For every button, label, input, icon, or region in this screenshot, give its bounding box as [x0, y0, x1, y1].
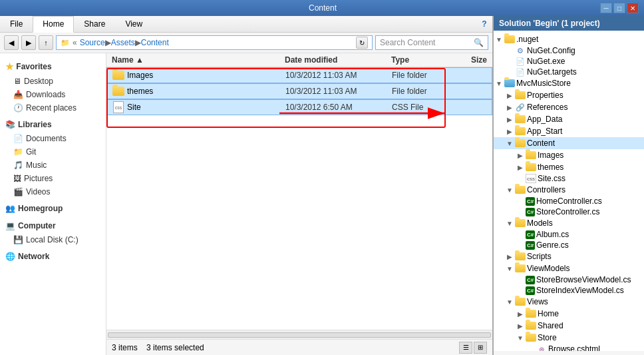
view-detail-button[interactable]: ☰ [459, 342, 472, 354]
tree-label: Album.cs [536, 230, 569, 239]
tree-item-sitecss[interactable]: css Site.css [494, 173, 644, 184]
computer-section[interactable]: 💻Computer [0, 218, 106, 233]
col-header-date[interactable]: Date modified [285, 55, 391, 65]
selected-count: 3 items selected [146, 343, 204, 352]
sidebar-item-git[interactable]: 📁Git [0, 145, 106, 159]
tree-item-scripts[interactable]: ▶ Scripts [494, 250, 644, 262]
expand-icon: ▼ [504, 138, 515, 149]
view-tile-button[interactable]: ⊞ [474, 342, 487, 354]
tree-item-nugettargets[interactable]: 📄 NuGet.targets [494, 67, 644, 77]
tab-share[interactable]: Share [74, 16, 115, 32]
tab-file[interactable]: File [0, 16, 33, 32]
breadcrumb-content[interactable]: Content [141, 38, 169, 47]
sidebar-item-music[interactable]: 🎵Music [0, 159, 106, 172]
homegroup-section[interactable]: 👥Homegroup [0, 201, 106, 216]
cs-file-icon: C# [526, 241, 535, 250]
tree-item-controllers[interactable]: ▼ Controllers [494, 184, 644, 196]
tree-item-nugetexe[interactable]: 📄 NuGet.exe [494, 56, 644, 67]
expand-icon: ▼ [504, 218, 515, 228]
tree-item-genrecs[interactable]: C# Genre.cs [494, 240, 644, 250]
tree-container: ▼ .nuget ⚙ NuGet.Config 📄 NuGet.exe 📄 [494, 31, 644, 351]
project-icon [504, 79, 515, 88]
solution-explorer: Solution 'Begin' (1 project) ▼ .nuget ⚙ … [493, 16, 644, 355]
tree-item-content-themes[interactable]: ▶ themes [494, 161, 644, 173]
folder-icon [515, 185, 526, 194]
tree-item-albumcs[interactable]: C# Album.cs [494, 229, 644, 240]
tree-item-browsecshml[interactable]: ⊛ Browse.cshtml [494, 344, 644, 351]
tree-item-storecontroller[interactable]: C# StoreController.cs [494, 206, 644, 217]
solution-explorer-header: Solution 'Begin' (1 project) [494, 16, 644, 31]
music-icon: 🎵 [13, 161, 23, 170]
tree-item-mvcmusicstore[interactable]: ▼ MvcMusicStore [494, 77, 644, 89]
tree-label: StoreIndexViewModel.cs [536, 286, 624, 295]
close-button[interactable]: ✕ [627, 3, 639, 13]
tree-item-appstart[interactable]: ▶ App_Start [494, 125, 644, 137]
libraries-icon: 📚 [5, 120, 15, 129]
expand-icon: ▶ [504, 114, 515, 125]
tree-item-storebrowse[interactable]: C# StoreBrowseViewModel.cs [494, 274, 644, 285]
address-bar[interactable]: 📁 « Source ▶ Assets ▶ Content ↻ [56, 35, 373, 50]
col-header-type[interactable]: Type [391, 55, 471, 65]
sidebar-item-pictures[interactable]: 🖼Pictures [0, 172, 106, 185]
tab-view[interactable]: View [115, 16, 152, 32]
css-file-icon: css [112, 102, 124, 113]
desktop-icon: 🖥 [13, 77, 21, 86]
file-type-site: CSS File [392, 103, 472, 112]
tree-item-nugetconfig[interactable]: ⚙ NuGet.Config [494, 45, 644, 56]
left-sidebar: ★ Favorites 🖥Desktop 📥Downloads 🕐Recent … [0, 53, 106, 355]
tree-label: Controllers [527, 185, 565, 194]
up-button[interactable]: ↑ [39, 35, 53, 50]
file-name-themes: themes [127, 87, 153, 96]
breadcrumb-assets[interactable]: Assets [111, 38, 135, 47]
expand-icon: ▼ [494, 34, 504, 45]
expand-icon: ▶ [504, 251, 515, 262]
expand-icon: ▼ [494, 78, 504, 89]
tree-label: themes [538, 163, 564, 172]
col-header-size[interactable]: Size [471, 55, 487, 65]
back-button[interactable]: ◀ [4, 35, 19, 50]
sidebar-item-desktop[interactable]: 🖥Desktop [0, 75, 106, 88]
folder-icon [112, 70, 124, 81]
sidebar-item-localdisk[interactable]: 💾Local Disk (C:) [0, 233, 106, 246]
minimize-button[interactable]: ─ [600, 3, 612, 13]
network-section[interactable]: 🌐Network [0, 249, 106, 264]
sidebar-item-recent[interactable]: 🕐Recent places [0, 101, 106, 115]
tree-item-viewmodels[interactable]: ▼ ViewModels [494, 262, 644, 274]
tree-item-homecontroller[interactable]: C# HomeController.cs [494, 196, 644, 206]
tree-item-storeindex[interactable]: C# StoreIndexViewModel.cs [494, 285, 644, 296]
tree-item-properties[interactable]: ▶ Properties [494, 89, 644, 101]
tree-label: App_Start [527, 127, 562, 136]
tree-item-views-store[interactable]: ▼ Store [494, 332, 644, 344]
file-type-themes: File folder [392, 87, 472, 96]
expand-icon: ▶ [504, 126, 515, 137]
table-row[interactable]: css Site 10/3/2012 6:50 AM CSS File [106, 99, 492, 115]
col-header-name[interactable]: Name ▲ [112, 55, 285, 65]
tree-item-models[interactable]: ▼ Models [494, 217, 644, 229]
favorites-section[interactable]: ★ Favorites [0, 59, 106, 75]
help-button[interactable]: ? [476, 16, 492, 32]
expand-icon: ▼ [504, 184, 515, 195]
maximize-button[interactable]: □ [613, 3, 625, 13]
table-row[interactable]: Images 10/3/2012 11:03 AM File folder [106, 67, 492, 83]
breadcrumb-source[interactable]: Source [80, 38, 105, 47]
tree-item-references[interactable]: ▶ 🔗 References [494, 101, 644, 113]
tab-home[interactable]: Home [33, 16, 74, 33]
tree-item-appdata[interactable]: ▶ App_Data [494, 113, 644, 125]
table-row[interactable]: themes 10/3/2012 11:03 AM File folder [106, 83, 492, 99]
tree-item-content[interactable]: ▼ Content [494, 137, 644, 149]
libraries-section[interactable]: 📚Libraries [0, 117, 106, 132]
search-box[interactable]: Search Content 🔍 [375, 35, 488, 50]
tree-item-content-images[interactable]: ▶ Images [494, 149, 644, 161]
tree-item-views-home[interactable]: ▶ Home [494, 308, 644, 320]
refresh-button[interactable]: ↻ [356, 37, 368, 49]
sidebar-item-downloads[interactable]: 📥Downloads [0, 88, 106, 101]
sidebar-item-documents[interactable]: 📄Documents [0, 132, 106, 145]
tree-item-views-shared[interactable]: ▶ Shared [494, 320, 644, 332]
file-name-site: Site [127, 103, 141, 112]
forward-button[interactable]: ▶ [21, 35, 36, 50]
file-icon: 📄 [515, 57, 526, 66]
tree-item-nuget[interactable]: ▼ .nuget [494, 33, 644, 45]
sidebar-item-videos[interactable]: 🎬Videos [0, 185, 106, 198]
tree-item-views[interactable]: ▼ Views [494, 296, 644, 308]
tree-label: Shared [538, 321, 564, 330]
